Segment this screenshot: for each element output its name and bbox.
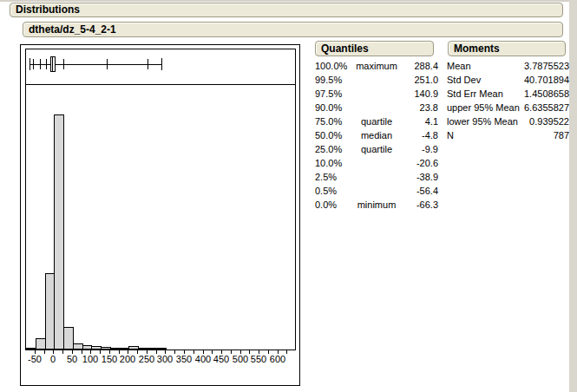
quantile-value: -38.9: [395, 170, 438, 184]
moment-value: 3.7875523: [486, 59, 569, 73]
quantiles-title: Quantiles: [321, 42, 369, 55]
boxplot-quantile-tick: [46, 59, 47, 69]
quantile-row: 50.0%median-4.8: [315, 128, 438, 142]
quantile-boxplot: [26, 49, 295, 85]
boxplot-quantile-tick: [63, 59, 64, 69]
boxplot-quantile-tick: [148, 59, 148, 69]
quantile-row: 2.5%-38.9: [315, 170, 438, 184]
boxplot-box[interactable]: [50, 56, 56, 72]
moment-row: upper 95% Mean6.6355827: [447, 101, 569, 114]
distributions-title: Distributions: [16, 3, 80, 16]
boxplot-median-line: [52, 57, 53, 71]
boxplot-whisker-line: [30, 64, 162, 65]
moment-row: N787: [447, 128, 569, 142]
quantile-row: 97.5%140.9: [315, 87, 438, 101]
quantile-pct: 97.5%: [315, 87, 355, 101]
jmp-report-window: Distributions dtheta/dz_5-4_2-1 -5005010…: [0, 0, 577, 392]
moments-title: Moments: [454, 42, 500, 55]
quantile-row: 10.0%-20.6: [315, 156, 438, 170]
boxplot-quantile-tick: [30, 58, 30, 70]
quantile-value: 251.0: [395, 73, 438, 87]
quantile-value: -66.3: [395, 198, 438, 212]
moment-row: Std Dev40.701894: [447, 73, 569, 87]
quantiles-header[interactable]: Quantiles: [315, 41, 434, 56]
boxplot-quantile-tick: [40, 59, 41, 69]
quantile-value: 23.8: [395, 101, 438, 114]
quantile-row: 0.5%-56.4: [315, 184, 438, 198]
quantile-value: -9.9: [395, 142, 438, 156]
moment-value: 1.4508658: [486, 87, 569, 101]
quantile-row: 90.0%23.8: [315, 101, 438, 114]
quantile-row: 99.5%251.0: [315, 73, 438, 87]
boxplot-quantile-tick: [161, 58, 162, 70]
moments-header[interactable]: Moments: [448, 41, 566, 56]
quantile-row: 100.0%maximum288.4: [315, 59, 438, 73]
histogram-bar[interactable]: [54, 114, 64, 350]
quantile-pct: 10.0%: [315, 156, 355, 170]
x-axis: -50050100150200250300350400450500550600: [25, 350, 296, 369]
graph-panel: -50050100150200250300350400450500550600: [20, 44, 300, 386]
quantile-pct: 2.5%: [315, 170, 355, 184]
moment-value: 6.6355827: [486, 101, 569, 114]
quantile-value: 4.1: [395, 114, 438, 128]
moment-row: Mean3.7875523: [447, 59, 569, 73]
histogram: [26, 85, 295, 350]
plot-frame: [25, 49, 296, 350]
quantile-pct: 90.0%: [315, 101, 355, 114]
quantile-pct: 99.5%: [315, 73, 355, 87]
moment-value: 0.939522: [486, 114, 569, 128]
axis-label: 600: [260, 354, 295, 364]
quantile-row: 0.0%minimum-66.3: [315, 198, 438, 212]
quantile-row: 25.0%quartile-9.9: [315, 142, 438, 156]
window-top-edge: [0, 0, 577, 2]
histogram-bar[interactable]: [157, 348, 167, 350]
moment-row: Std Err Mean1.4508658: [447, 87, 569, 101]
boxplot-quantile-tick: [33, 59, 34, 69]
quantile-value: -56.4: [395, 184, 438, 198]
quantile-pct: 0.5%: [315, 184, 355, 198]
variable-title: dtheta/dz_5-4_2-1: [29, 23, 116, 36]
moment-value: 40.701894: [486, 73, 569, 87]
boxplot-quantile-tick: [107, 59, 108, 69]
moment-value: 787: [486, 128, 569, 142]
variable-outline-header[interactable]: dtheta/dz_5-4_2-1: [23, 22, 563, 37]
quantile-value: 140.9: [395, 87, 438, 101]
window-right-margin: [569, 0, 577, 392]
quantile-value: 288.4: [395, 59, 438, 73]
quantile-value: -20.6: [395, 156, 438, 170]
moment-row: lower 95% Mean0.939522: [447, 114, 569, 128]
distributions-outline-header[interactable]: Distributions: [10, 3, 563, 17]
quantile-row: 75.0%quartile4.1: [315, 114, 438, 128]
quantile-value: -4.8: [395, 128, 438, 142]
